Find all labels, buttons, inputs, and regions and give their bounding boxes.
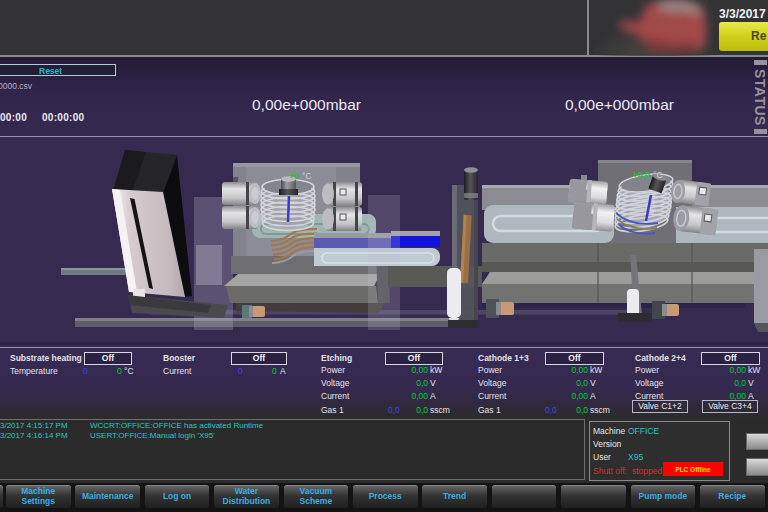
- svg-text:+0,0: +0,0: [632, 170, 650, 180]
- svg-text:°C: °C: [653, 170, 663, 180]
- svg-text:+0: +0: [289, 171, 299, 181]
- svg-text:°C: °C: [302, 171, 312, 181]
